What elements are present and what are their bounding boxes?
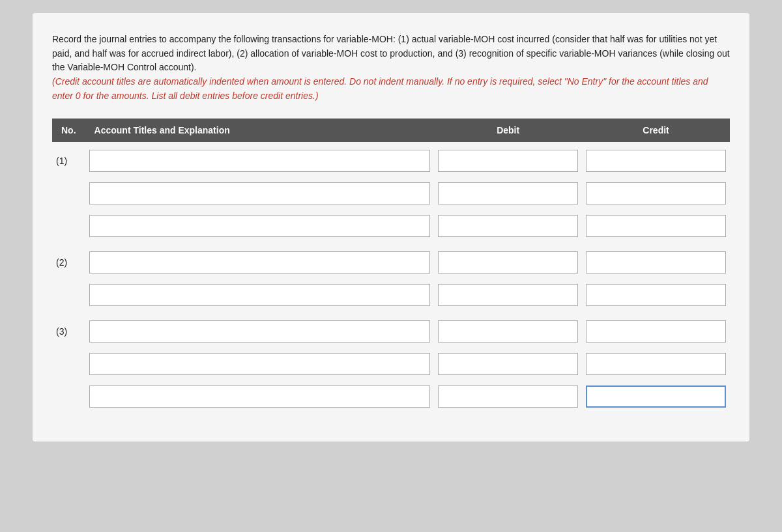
account-input-1-2[interactable] — [89, 182, 431, 204]
debit-input-1-1[interactable] — [438, 150, 578, 172]
account-input-3-3[interactable] — [89, 385, 431, 408]
page-container: Record the journal entries to accompany … — [33, 13, 749, 441]
section-label-2: (2) — [52, 249, 85, 276]
debit-input-2-2[interactable] — [438, 284, 578, 306]
debit-input-3-1[interactable] — [438, 320, 578, 343]
account-input-2-1[interactable] — [89, 251, 431, 273]
table-row — [52, 383, 730, 410]
account-input-1-1[interactable] — [89, 150, 431, 172]
account-input-3-2[interactable] — [89, 353, 431, 375]
credit-input-3-1[interactable] — [586, 320, 726, 343]
credit-input-3-3[interactable] — [586, 385, 726, 408]
table-row — [52, 350, 730, 378]
table-row: (1) — [52, 147, 730, 175]
section-label-3: (3) — [52, 318, 85, 345]
debit-input-2-1[interactable] — [438, 251, 578, 273]
account-input-3-1[interactable] — [89, 320, 431, 343]
credit-input-1-3[interactable] — [586, 215, 726, 237]
section-label-1: (1) — [52, 147, 85, 175]
debit-input-3-2[interactable] — [438, 353, 578, 375]
debit-input-1-2[interactable] — [438, 182, 578, 204]
account-input-2-2[interactable] — [89, 284, 431, 306]
table-row — [52, 180, 730, 207]
instructions-main-text: Record the journal entries to accompany … — [52, 34, 730, 72]
credit-input-2-2[interactable] — [586, 284, 726, 306]
table-row — [52, 212, 730, 240]
journal-table: No. Account Titles and Explanation Debit… — [52, 119, 730, 415]
col-header-credit: Credit — [582, 119, 730, 142]
debit-input-3-3[interactable] — [438, 385, 578, 408]
table-row — [52, 281, 730, 309]
col-header-debit: Debit — [434, 119, 582, 142]
instructions-italic-text: (Credit account titles are automatically… — [52, 76, 708, 101]
debit-input-1-3[interactable] — [438, 215, 578, 237]
col-header-no: No. — [52, 119, 85, 142]
instructions-block: Record the journal entries to accompany … — [52, 33, 730, 103]
credit-input-1-1[interactable] — [586, 150, 726, 172]
col-header-account: Account Titles and Explanation — [85, 119, 435, 142]
table-row: (2) — [52, 249, 730, 276]
credit-input-1-2[interactable] — [586, 182, 726, 204]
credit-input-3-2[interactable] — [586, 353, 726, 375]
account-input-1-3[interactable] — [89, 215, 431, 237]
credit-input-2-1[interactable] — [586, 251, 726, 273]
table-row: (3) — [52, 318, 730, 345]
